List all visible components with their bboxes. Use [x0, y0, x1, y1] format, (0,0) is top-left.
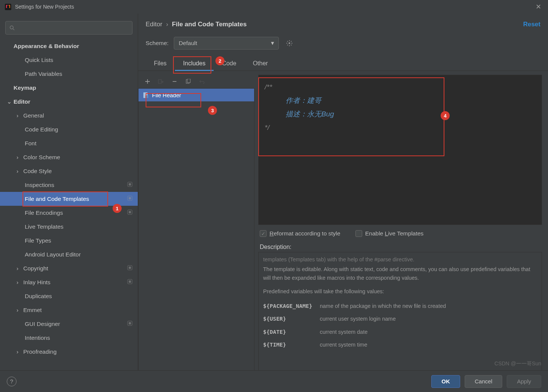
reformat-checkbox[interactable]: Reformat according to style	[260, 230, 340, 237]
tab-code[interactable]: Code	[214, 56, 244, 71]
sidebar-item-android-layout-editor[interactable]: Android Layout Editor	[0, 247, 138, 261]
file-icon	[142, 92, 149, 98]
sidebar-item-emmet[interactable]: ›Emmet	[0, 303, 138, 317]
sidebar-item-editor[interactable]: ⌄Editor	[0, 95, 138, 109]
chevron-right-icon: ›	[17, 154, 23, 161]
svg-rect-6	[129, 197, 131, 199]
add-child-icon[interactable]	[157, 77, 165, 86]
chevron-right-icon: ›	[166, 21, 168, 28]
svg-rect-8	[129, 211, 131, 213]
svg-rect-0	[5, 4, 11, 10]
breadcrumb-parent[interactable]: Editor	[146, 21, 162, 28]
variable-name: ${USER}	[263, 312, 320, 325]
scope-icon	[127, 265, 132, 272]
chevron-right-icon: ›	[17, 168, 23, 175]
svg-rect-12	[129, 280, 131, 283]
sidebar-item-gui-designer[interactable]: GUI Designer	[0, 317, 138, 331]
sidebar-item-intentions[interactable]: Intentions	[0, 331, 138, 345]
sidebar-item-file-and-code-templates[interactable]: File and Code Templates	[0, 192, 138, 206]
scope-icon	[127, 196, 132, 202]
tab-includes[interactable]: Includes	[175, 56, 214, 71]
tab-other[interactable]: Other	[245, 56, 276, 71]
template-toolbar	[138, 75, 254, 88]
watermark: CSDN @一一哥Sun	[494, 360, 541, 367]
variable-desc: name of the package in which the new fil…	[320, 300, 453, 312]
svg-rect-4	[129, 183, 131, 185]
template-editor[interactable]: /** 作者：建哥 描述：永无Bug */	[258, 75, 542, 225]
copy-icon[interactable]	[184, 77, 192, 86]
variable-name: ${DATE}	[263, 326, 320, 338]
scope-icon	[127, 279, 132, 286]
enable-live-templates-checkbox[interactable]: Enable Live Templates	[355, 230, 424, 237]
svg-point-1	[10, 26, 13, 29]
breadcrumb-current: File and Code Templates	[172, 21, 247, 28]
sidebar-item-copyright[interactable]: ›Copyright	[0, 261, 138, 275]
tab-files[interactable]: Files	[146, 56, 175, 71]
scheme-label: Scheme:	[146, 40, 169, 47]
sidebar-item-path-variables[interactable]: Path Variables	[0, 67, 138, 81]
chevron-right-icon: ›	[17, 307, 23, 314]
svg-rect-10	[129, 267, 131, 269]
sidebar-item-inspections[interactable]: Inspections	[0, 178, 138, 192]
template-item-file-header[interactable]: File Header	[139, 89, 254, 101]
variable-name: ${TIME}	[263, 338, 320, 351]
chevron-right-icon: ›	[17, 348, 23, 355]
variable-desc: current system date	[320, 326, 453, 338]
breadcrumb: Editor › File and Code Templates Reset	[138, 14, 548, 35]
settings-tree-sidebar: Appearance & BehaviorQuick ListsPath Var…	[0, 14, 138, 374]
svg-point-15	[289, 42, 291, 44]
template-tabs: FilesIncludesCodeOther	[138, 56, 548, 71]
chevron-right-icon: ›	[17, 279, 23, 286]
sidebar-item-live-templates[interactable]: Live Templates	[0, 220, 138, 234]
gear-icon[interactable]	[284, 38, 295, 48]
sidebar-item-file-types[interactable]: File Types	[0, 234, 138, 247]
variable-desc: current system time	[320, 338, 453, 351]
checkbox-icon	[355, 230, 362, 237]
cancel-button[interactable]: Cancel	[465, 375, 503, 388]
app-icon	[5, 3, 11, 10]
variable-name: ${PACKAGE_NAME}	[263, 300, 320, 312]
sidebar-item-color-scheme[interactable]: ›Color Scheme	[0, 150, 138, 164]
close-icon[interactable]: ✕	[533, 3, 543, 11]
undo-icon[interactable]	[197, 77, 206, 86]
sidebar-item-duplicates[interactable]: Duplicates	[0, 289, 138, 303]
sidebar-item-inlay-hints[interactable]: ›Inlay Hints	[0, 275, 138, 289]
scheme-dropdown[interactable]: Default ▾	[174, 37, 279, 50]
chevron-right-icon: ›	[17, 112, 23, 119]
svg-rect-20	[145, 95, 148, 98]
svg-rect-18	[187, 79, 190, 83]
remove-icon[interactable]	[170, 77, 179, 86]
checkbox-icon	[260, 230, 266, 237]
variable-desc: current user system login name	[320, 312, 453, 325]
apply-button[interactable]: Apply	[507, 375, 541, 388]
description-heading: Description:	[258, 242, 542, 252]
sidebar-item-appearance-behavior[interactable]: Appearance & Behavior	[0, 39, 138, 53]
template-list[interactable]: File Header	[138, 88, 254, 374]
svg-rect-14	[129, 322, 131, 324]
scope-icon	[127, 182, 132, 188]
sidebar-item-general[interactable]: ›General	[0, 109, 138, 122]
add-icon[interactable]	[143, 77, 152, 86]
chevron-down-icon: ▾	[271, 40, 274, 47]
scope-icon	[127, 321, 132, 327]
svg-rect-16	[158, 80, 161, 83]
chevron-down-icon: ⌄	[7, 98, 14, 105]
help-icon[interactable]: ?	[7, 377, 17, 386]
svg-line-2	[13, 29, 14, 30]
sidebar-item-code-style[interactable]: ›Code Style	[0, 164, 138, 178]
ok-button[interactable]: OK	[431, 375, 460, 388]
chevron-right-icon: ›	[17, 265, 23, 272]
description-panel: templates (Templates tab) with the help …	[258, 252, 542, 374]
scope-icon	[127, 210, 132, 216]
reset-link[interactable]: Reset	[523, 21, 540, 28]
sidebar-item-proofreading[interactable]: ›Proofreading	[0, 345, 138, 359]
sidebar-item-font[interactable]: Font	[0, 136, 138, 150]
search-input[interactable]	[5, 21, 132, 35]
sidebar-item-quick-lists[interactable]: Quick Lists	[0, 53, 138, 67]
window-title: Settings for New Projects	[15, 4, 533, 10]
sidebar-item-keymap[interactable]: Keymap	[0, 81, 138, 95]
sidebar-item-code-editing[interactable]: Code Editing	[0, 122, 138, 136]
sidebar-item-file-encodings[interactable]: File Encodings	[0, 206, 138, 220]
